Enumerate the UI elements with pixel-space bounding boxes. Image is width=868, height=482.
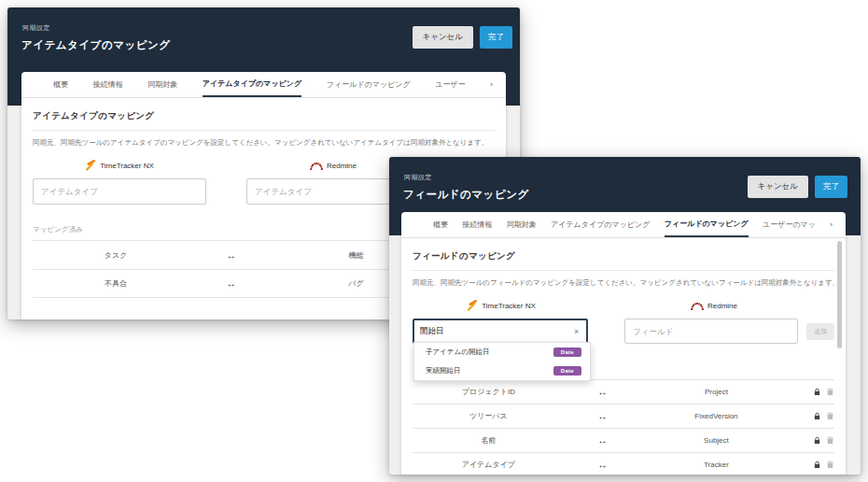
source-value: タスク (33, 250, 199, 261)
source-value: 名前 (413, 435, 565, 446)
chevron-right-icon[interactable]: › (830, 212, 833, 237)
suggestion-label: 子アイテムの開始日 (426, 347, 489, 357)
bidirectional-arrow-icon: ↔ (565, 435, 640, 446)
field-type-badge: Date (553, 347, 581, 357)
lock-icon[interactable] (813, 436, 821, 445)
mapping-row: 名前 ↔ Subject (413, 428, 834, 452)
page-title: フィールドのマッピング (403, 188, 529, 202)
field-mapping-dialog: 同期設定 フィールドのマッピング キャンセル 完了 概要 接続情報 同期対象 ア… (389, 157, 861, 475)
tool-headers: TimeTracker NX (413, 300, 834, 311)
lock-icon[interactable] (813, 461, 821, 469)
source-value: プロジェクトID (413, 387, 565, 397)
row-actions (792, 412, 834, 420)
delete-icon[interactable] (826, 436, 834, 445)
target-value: Subject (640, 436, 792, 445)
tab-sync-target[interactable]: 同期対象 (507, 212, 537, 237)
page-title: アイテムタイプのマッピング (21, 38, 171, 52)
target-tool-header: Redmine (626, 300, 802, 311)
divider (413, 270, 834, 271)
bidirectional-arrow-icon: ↔ (565, 387, 640, 397)
source-field-search: × (413, 319, 588, 344)
source-item-type-input[interactable] (33, 178, 206, 205)
delete-icon[interactable] (826, 412, 834, 420)
chevron-right-icon[interactable]: › (490, 72, 493, 97)
field-suggestion-dropdown: 子アイテムの開始日 Date 実績開始日 Date (413, 342, 591, 381)
tab-overview[interactable]: 概要 (53, 72, 68, 97)
mapping-inputs: × 追加 (413, 319, 834, 344)
source-value: ツリーパス (413, 411, 565, 421)
bidirectional-arrow-icon: ↔ (199, 250, 263, 261)
bidirectional-arrow-icon: ↔ (199, 278, 263, 289)
tab-sync-target[interactable]: 同期対象 (147, 72, 177, 97)
clear-input-icon[interactable]: × (572, 327, 581, 336)
delete-icon[interactable] (826, 461, 834, 469)
header-actions: キャンセル 完了 (413, 26, 513, 49)
delete-icon[interactable] (826, 388, 834, 396)
tab-user-mapping[interactable]: ユーザーのマッ (763, 212, 816, 237)
source-tool-label: TimeTracker NX (100, 162, 154, 170)
done-button[interactable]: 完了 (815, 176, 847, 198)
timetracker-logo-icon (85, 160, 96, 171)
source-field-input[interactable] (420, 327, 572, 336)
redmine-logo-icon (691, 301, 704, 311)
mapping-row: ツリーパス ↔ FixedVersion (413, 404, 834, 428)
lock-icon[interactable] (813, 412, 821, 420)
target-value: FixedVersion (640, 412, 792, 420)
target-field-input[interactable] (624, 319, 798, 344)
tab-bar: 概要 接続情報 同期対象 アイテムタイプのマッピング フィールドのマッピング ユ… (21, 72, 506, 98)
suggestion-item[interactable]: 実績開始日 Date (414, 362, 590, 380)
section-title: アイテムタイプのマッピング (33, 110, 495, 122)
divider (33, 130, 495, 131)
breadcrumb: 同期設定 (22, 23, 50, 33)
tab-users[interactable]: ユーザー (435, 72, 465, 97)
done-button[interactable]: 完了 (480, 26, 512, 49)
target-value: Project (640, 388, 792, 396)
tab-item-type-mapping[interactable]: アイテムタイプのマッピング (551, 212, 650, 237)
section-title: フィールドのマッピング (413, 250, 834, 262)
row-actions (792, 436, 834, 445)
tab-item-type-mapping[interactable]: アイテムタイプのマッピング (203, 72, 301, 97)
tab-connection-info[interactable]: 接続情報 (93, 72, 123, 97)
suggestion-label: 実績開始日 (426, 366, 461, 376)
cancel-button[interactable]: キャンセル (413, 26, 474, 49)
mapping-row: アイテムタイプ ↔ Tracker (413, 452, 834, 475)
source-tool-label: TimeTracker NX (482, 302, 536, 310)
header-actions: キャンセル 完了 (748, 176, 848, 198)
cancel-button[interactable]: キャンセル (748, 176, 809, 198)
mapping-row: プロジェクトID ↔ Project (413, 379, 834, 404)
section-description: 同期元、同期先ツールのフィールドのマッピングを設定してください。マッピングされて… (413, 278, 834, 288)
timetracker-logo-icon (467, 300, 478, 311)
tab-connection-info[interactable]: 接続情報 (462, 212, 492, 237)
suggestion-item[interactable]: 子アイテムの開始日 Date (414, 343, 590, 362)
settings-card: 概要 接続情報 同期対象 アイテムタイプのマッピング フィールドのマッピング ユ… (401, 212, 846, 475)
scrollbar[interactable] (837, 241, 842, 348)
source-tool-header: TimeTracker NX (33, 160, 206, 171)
target-tool-label: Redmine (707, 302, 737, 310)
tab-field-mapping[interactable]: フィールドのマッピング (327, 72, 411, 97)
source-value: アイテムタイプ (413, 460, 565, 470)
target-value: Tracker (640, 461, 792, 469)
source-value: 不具合 (33, 278, 199, 289)
target-tool-label: Redmine (327, 162, 357, 170)
redmine-logo-icon (310, 161, 323, 171)
mapping-table: プロジェクトID ↔ Project ツリー (413, 379, 834, 475)
row-actions (792, 461, 834, 469)
bidirectional-arrow-icon: ↔ (565, 460, 640, 470)
lock-icon[interactable] (813, 388, 821, 396)
tab-bar: 概要 接続情報 同期対象 アイテムタイプのマッピング フィールドのマッピング ユ… (401, 212, 846, 238)
tab-field-mapping[interactable]: フィールドのマッピング (665, 212, 749, 237)
bidirectional-arrow-icon: ↔ (565, 411, 640, 421)
source-tool-header: TimeTracker NX (413, 300, 590, 311)
section-description: 同期元、同期先ツールのアイテムタイプのマッピングを設定してください。マッピングさ… (33, 138, 495, 148)
field-type-badge: Date (553, 366, 581, 376)
row-actions (792, 388, 834, 396)
add-mapping-button[interactable]: 追加 (806, 323, 834, 340)
tab-overview[interactable]: 概要 (433, 212, 448, 237)
breadcrumb: 同期設定 (404, 173, 432, 182)
desktop: 同期設定 アイテムタイプのマッピング キャンセル 完了 概要 接続情報 同期対象… (0, 0, 868, 482)
